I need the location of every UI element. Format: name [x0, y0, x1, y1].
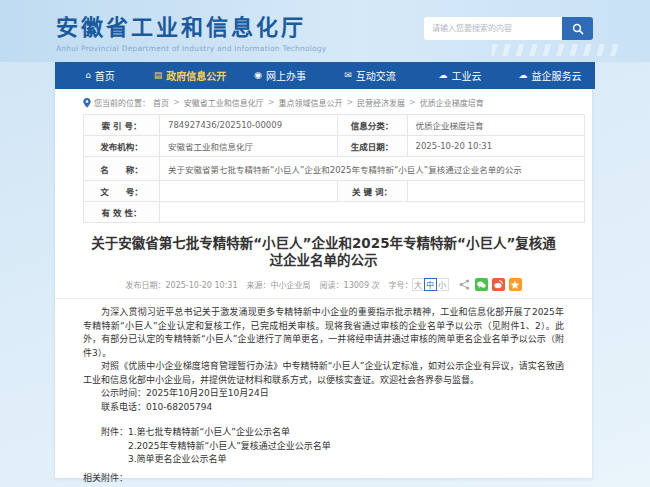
related-attachments-title: 相关附件：: [83, 472, 564, 486]
attachment-item: 1.第七批专精特新“小巨人”企业公示名单: [128, 427, 290, 437]
attachment-item: 3.简单更名企业公示名单: [83, 453, 564, 467]
doc-name-label: 名 称：: [84, 157, 160, 181]
favorite-star-icon[interactable]: [509, 278, 522, 291]
nav-item-online-services[interactable]: ◉ 网上办事: [235, 62, 325, 89]
wechat-share-icon[interactable]: [475, 278, 488, 291]
validity-value: [160, 202, 585, 223]
source-label: 来源：: [247, 281, 271, 290]
source-value: 中小企业局: [271, 281, 311, 290]
publisher-value: 安徽省工业和信息化厅: [160, 136, 338, 157]
paragraph: 为深入贯彻习近平总书记关于激发涌现更多专精特新中小企业的重要指示批示精神，工业和…: [83, 306, 564, 360]
article-meta: 发布日期：2025-10-20 10:31 来源：中小企业局 阅读：13009 …: [55, 278, 592, 299]
weibo-share-icon[interactable]: [492, 278, 505, 291]
publish-date-label: 发布日期：: [125, 281, 165, 290]
generate-date-value: 2025-10-20 10:31: [407, 136, 585, 157]
doc-number-label: 文 号：: [84, 181, 160, 202]
attachment-label: 附件：: [101, 427, 128, 437]
breadcrumb-separator: >: [268, 98, 275, 107]
font-size-medium-button[interactable]: 中: [424, 278, 437, 291]
related-attachments: 相关附件： 1、附件1.第七批专精特新“小巨人”企业公示名单.xls 2、附件2…: [83, 472, 564, 487]
chevron-decoration: [492, 44, 622, 56]
article-body: 为深入贯彻习近平总书记关于激发涌现更多专精特新中小企业的重要指示批示精神，工业和…: [55, 299, 592, 487]
main-nav: ⌂ 首页 ▤ 政府信息公开 ◉ 网上办事 ✉ 互动交流 ☁ 工业云 ☁ 益企服务…: [55, 62, 595, 89]
doc-name-value: 关于安徽省第七批专精特新“小巨人”企业和2025年专精特新“小巨人”复核通过企业…: [160, 157, 585, 181]
public-notice-period: 公示时间：2025年10月20日至10月24日: [83, 387, 564, 401]
breadcrumb-item-private-economy[interactable]: 民营经济发展: [357, 97, 405, 108]
chat-icon: ✉: [344, 71, 352, 80]
index-number-value: 784927436/202510-00009: [160, 115, 338, 136]
table-row: 文 号： 关 键 词：: [84, 181, 585, 202]
search-button[interactable]: [562, 17, 593, 40]
content-card: 您当前的位置： 首页 > 安徽省工业和信息化厅 > 重点领域信息公开 > 民营经…: [55, 89, 592, 478]
nav-item-enterprise-service-cloud[interactable]: ☁ 益企服务云: [505, 62, 595, 89]
publish-date: 发布日期：2025-10-20 10:31: [125, 279, 237, 290]
font-size-label: 字号：: [389, 279, 413, 290]
view-count-value: 13009 次: [344, 281, 380, 290]
nav-item-label: 工业云: [452, 68, 482, 83]
nav-item-gov-info[interactable]: ▤ 政府信息公开: [145, 62, 235, 89]
publish-date-value: 2025-10-20 10:31: [165, 281, 237, 290]
breadcrumb: 您当前的位置： 首页 > 安徽省工业和信息化厅 > 重点领域信息公开 > 民营经…: [55, 89, 592, 114]
breadcrumb-separator: >: [409, 98, 416, 107]
search-bar: [424, 17, 593, 40]
monitor-icon: ◉: [254, 71, 262, 80]
table-row: 有 效 性：: [84, 202, 585, 223]
info-category-value: 优质企业梯度培育: [407, 115, 585, 136]
index-number-label: 索 引 号：: [84, 115, 160, 136]
attachment-item: 2.2025年专精特新“小巨人”复核通过企业公示名单: [83, 440, 564, 454]
breadcrumb-prefix: 您当前的位置：: [94, 97, 150, 108]
nav-item-label: 互动交流: [356, 68, 396, 83]
search-input[interactable]: [424, 17, 562, 40]
table-row: 名 称： 关于安徽省第七批专精特新“小巨人”企业和2025年专精特新“小巨人”复…: [84, 157, 585, 181]
site-subtitle: Anhui Provincial Department of Industry …: [56, 44, 326, 53]
keyword-value: [407, 181, 585, 202]
font-size-small-button[interactable]: 小: [436, 278, 449, 291]
cloud-icon: ☁: [439, 71, 448, 80]
table-row: 索 引 号： 784927436/202510-00009 信息分类： 优质企业…: [84, 115, 585, 136]
nav-item-label: 首页: [95, 68, 115, 83]
validity-label: 有 效 性：: [84, 202, 160, 223]
font-size-control: 字号： 大 中 小: [389, 278, 449, 291]
document-meta-table: 索 引 号： 784927436/202510-00009 信息分类： 优质企业…: [83, 114, 585, 223]
location-pin-icon: [83, 98, 91, 108]
publisher-label: 发布机构：: [84, 136, 160, 157]
table-row: 发布机构： 安徽省工业和信息化厅 生成日期： 2025-10-20 10:31: [84, 136, 585, 157]
nav-item-label: 政府信息公开: [166, 68, 226, 83]
info-category-label: 信息分类：: [337, 115, 407, 136]
site-brand: 安徽省工业和信息化厅 Anhui Provincial Department o…: [56, 9, 326, 53]
paragraph: 对照《优质中小企业梯度培育管理暂行办法》中专精特新“小巨人”企业认定标准，如对公…: [83, 360, 564, 387]
home-icon: ⌂: [85, 71, 91, 80]
breadcrumb-item-home[interactable]: 首页: [153, 97, 169, 108]
attachment-line: 附件：1.第七批专精特新“小巨人”企业公示名单: [83, 426, 564, 440]
nav-item-interaction[interactable]: ✉ 互动交流: [325, 62, 415, 89]
breadcrumb-item-department[interactable]: 安徽省工业和信息化厅: [184, 97, 264, 108]
generate-date-label: 生成日期：: [337, 136, 407, 157]
page-title: 关于安徽省第七批专精特新“小巨人”企业和2025年专精特新“小巨人”复核通过企业…: [89, 235, 559, 269]
keyword-label: 关 键 词：: [337, 181, 407, 202]
share-toolbar: [458, 278, 522, 291]
breadcrumb-item-key-info[interactable]: 重点领域信息公开: [278, 97, 342, 108]
book-icon: ▤: [154, 71, 163, 80]
nav-item-home[interactable]: ⌂ 首页: [55, 62, 145, 89]
search-icon: [572, 23, 584, 35]
share-icon[interactable]: [458, 278, 471, 291]
view-count: 阅读：13009 次: [320, 279, 380, 290]
breadcrumb-separator: >: [173, 98, 180, 107]
view-count-label: 阅读：: [320, 281, 344, 290]
contact-phone: 联系电话：010-68205794: [83, 401, 564, 415]
nav-item-label: 益企服务云: [532, 68, 582, 83]
nav-item-label: 网上办事: [266, 68, 306, 83]
nav-item-industry-cloud[interactable]: ☁ 工业云: [415, 62, 505, 89]
breadcrumb-item-current[interactable]: 优质企业梯度培育: [420, 97, 484, 108]
breadcrumb-separator: >: [346, 98, 353, 107]
doc-number-value: [160, 181, 338, 202]
attachment-list: 附件：1.第七批专精特新“小巨人”企业公示名单 2.2025年专精特新“小巨人”…: [83, 426, 564, 467]
site-title: 安徽省工业和信息化厅: [56, 9, 326, 41]
site-header: 安徽省工业和信息化厅 Anhui Provincial Department o…: [0, 0, 650, 62]
cloud-service-icon: ☁: [519, 71, 528, 80]
source: 来源：中小企业局: [247, 279, 311, 290]
